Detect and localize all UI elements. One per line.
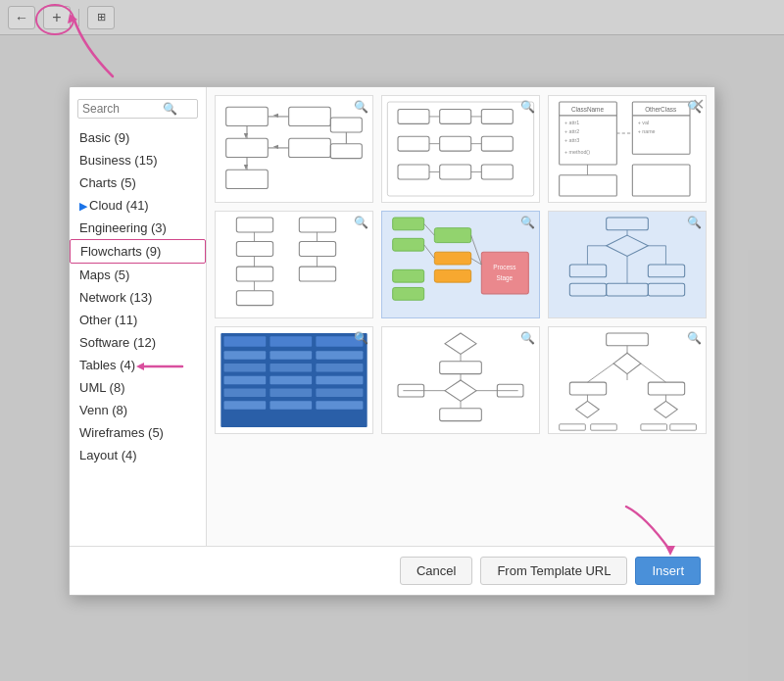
sidebar-item-network[interactable]: Network (13)	[70, 286, 206, 309]
svg-text:+ attr1: + attr1	[564, 120, 579, 125]
sidebar-item-cloud[interactable]: ▶Cloud (41)	[70, 194, 206, 217]
svg-rect-102	[270, 388, 312, 397]
svg-rect-110	[440, 408, 482, 420]
template-card-1[interactable]: 🔍	[215, 95, 373, 203]
zoom-icon-2: 🔍	[520, 100, 535, 114]
template-card-9[interactable]: 🔍	[548, 326, 707, 434]
close-button[interactable]: ✕	[692, 95, 705, 114]
svg-rect-14	[330, 118, 362, 132]
svg-text:OtherClass: OtherClass	[645, 105, 676, 112]
svg-rect-61	[393, 218, 424, 230]
sidebar-item-software[interactable]: Software (12)	[70, 331, 206, 354]
cloud-icon: ▶	[79, 200, 87, 212]
dialog-overlay: ✕ 🔍 Basic (9) Business (15) Charts (5)	[0, 0, 784, 681]
svg-rect-3	[226, 170, 269, 188]
template-card-2[interactable]: 🔍	[381, 95, 540, 203]
svg-rect-106	[316, 401, 363, 410]
svg-rect-100	[316, 375, 363, 384]
svg-marker-107	[445, 333, 476, 354]
svg-rect-2	[226, 138, 269, 157]
svg-rect-22	[440, 136, 471, 151]
template-card-3[interactable]: 🔍 ClassName + attr1 + attr2 + attr3 + me…	[548, 95, 707, 203]
svg-rect-49	[236, 218, 272, 232]
svg-line-130	[587, 363, 613, 381]
svg-marker-123	[655, 401, 677, 417]
svg-rect-25	[440, 165, 471, 179]
search-icon: 🔍	[163, 102, 177, 116]
template-card-5[interactable]: 🔍 Process Stage	[381, 211, 540, 318]
sidebar-item-venn[interactable]: Venn (8)	[70, 399, 206, 421]
svg-rect-126	[641, 423, 667, 429]
template-content-area[interactable]: 🔍	[207, 87, 714, 546]
svg-text:+ name: + name	[638, 128, 656, 134]
template-grid: 🔍	[215, 95, 707, 434]
cancel-button[interactable]: Cancel	[400, 557, 472, 585]
svg-rect-4	[289, 107, 331, 125]
sidebar-item-tables[interactable]: Tables (4)	[70, 354, 206, 376]
sidebar-item-uml[interactable]: UML (8)	[70, 376, 206, 399]
sidebar-item-flowcharts[interactable]: Flowcharts (9)	[70, 239, 206, 264]
template-dialog: ✕ 🔍 Basic (9) Business (15) Charts (5)	[69, 86, 715, 596]
template-card-6[interactable]: 🔍	[548, 211, 707, 318]
svg-rect-104	[224, 401, 267, 410]
sidebar-item-layout[interactable]: Layout (4)	[70, 444, 206, 466]
svg-rect-95	[224, 363, 267, 371]
sidebar-item-wireframes[interactable]: Wireframes (5)	[70, 421, 206, 444]
template-url-button[interactable]: From Template URL	[480, 557, 627, 585]
svg-marker-119	[613, 353, 641, 373]
svg-rect-56	[299, 218, 335, 232]
svg-rect-23	[481, 136, 513, 151]
svg-rect-103	[316, 388, 363, 397]
search-box[interactable]: 🔍	[77, 99, 198, 119]
svg-rect-92	[224, 351, 267, 360]
sidebar-item-charts[interactable]: Charts (5)	[70, 171, 206, 194]
insert-button[interactable]: Insert	[635, 557, 701, 585]
svg-line-71	[424, 223, 435, 235]
svg-rect-68	[481, 252, 528, 294]
svg-rect-26	[481, 165, 513, 179]
sidebar-item-business[interactable]: Business (15)	[70, 149, 206, 171]
template-card-4[interactable]: 🔍	[215, 211, 373, 318]
svg-rect-45	[560, 174, 617, 195]
svg-rect-78	[648, 265, 684, 277]
svg-rect-21	[398, 136, 429, 151]
svg-rect-93	[270, 351, 312, 360]
sidebar-item-basic[interactable]: Basic (9)	[70, 126, 206, 149]
svg-rect-124	[560, 423, 586, 429]
svg-rect-79	[607, 283, 649, 296]
svg-rect-19	[440, 109, 471, 123]
sidebar-item-other[interactable]: Other (11)	[70, 309, 206, 331]
category-sidebar: 🔍 Basic (9) Business (15) Charts (5) ▶Cl…	[70, 87, 207, 546]
svg-rect-57	[299, 241, 335, 256]
template-card-8[interactable]: 🔍	[381, 326, 540, 434]
svg-rect-51	[236, 267, 272, 281]
svg-rect-63	[434, 227, 470, 242]
svg-rect-65	[434, 269, 470, 282]
svg-text:+ method(): + method()	[564, 149, 590, 155]
svg-rect-52	[236, 290, 272, 305]
svg-line-72	[424, 244, 435, 258]
svg-marker-122	[576, 401, 599, 417]
zoom-icon-9: 🔍	[687, 331, 702, 345]
svg-rect-64	[434, 252, 470, 265]
zoom-icon-6: 🔍	[687, 216, 702, 229]
svg-rect-18	[398, 109, 429, 123]
svg-rect-1	[226, 107, 269, 125]
svg-rect-101	[224, 388, 267, 397]
svg-rect-66	[393, 269, 424, 282]
svg-rect-20	[481, 109, 513, 123]
search-input[interactable]	[82, 102, 161, 116]
svg-text:+ attr2: + attr2	[564, 128, 579, 134]
svg-rect-81	[648, 283, 684, 296]
svg-text:Stage: Stage	[496, 274, 513, 282]
dialog-body: 🔍 Basic (9) Business (15) Charts (5) ▶Cl…	[70, 87, 714, 546]
dialog-footer: Cancel From Template URL Insert	[70, 546, 714, 595]
svg-text:+ attr3: + attr3	[564, 136, 579, 142]
svg-line-73	[471, 235, 482, 265]
template-card-7[interactable]: 🔍	[215, 326, 373, 434]
svg-rect-127	[670, 423, 697, 429]
sidebar-item-maps[interactable]: Maps (5)	[70, 264, 206, 286]
svg-rect-121	[648, 382, 684, 395]
svg-text:Process: Process	[493, 264, 515, 270]
sidebar-item-engineering[interactable]: Engineering (3)	[70, 217, 206, 239]
